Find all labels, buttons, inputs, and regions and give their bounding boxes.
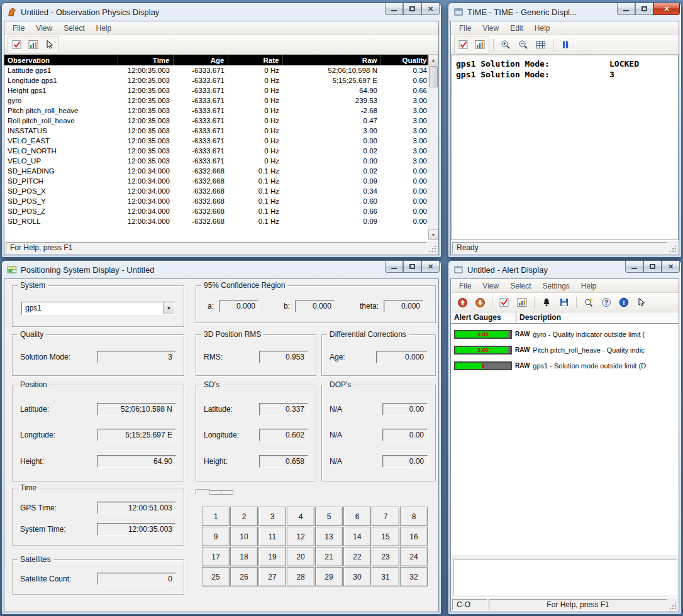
maximize-button[interactable] bbox=[403, 261, 421, 273]
checklist-button[interactable] bbox=[9, 37, 25, 52]
alarm-history-button[interactable] bbox=[472, 295, 488, 310]
find-button[interactable] bbox=[580, 295, 597, 310]
minimize-button[interactable] bbox=[385, 3, 403, 15]
menu-item[interactable]: Help bbox=[529, 22, 556, 35]
close-button[interactable]: ✕ bbox=[421, 3, 440, 15]
table-row[interactable]: SD_PITCH 12:00:34.000 -6332.668 0.1 Hz 0… bbox=[4, 176, 428, 186]
vertical-scrollbar[interactable]: ▲ ▼ bbox=[428, 55, 438, 240]
menu-item[interactable]: File bbox=[453, 280, 477, 292]
menu-item[interactable]: Select bbox=[58, 22, 90, 35]
menu-item[interactable]: Help bbox=[91, 22, 118, 35]
table-row[interactable]: Height gps1 12:00:35.003 -6333.671 0 Hz … bbox=[4, 85, 428, 96]
menu-item[interactable]: View bbox=[477, 22, 504, 35]
menu-item[interactable]: Select bbox=[504, 280, 536, 292]
select-cursor-button[interactable] bbox=[633, 295, 650, 310]
select-cursor-button[interactable] bbox=[42, 37, 58, 52]
scroll-up-button[interactable]: ▲ bbox=[428, 55, 438, 65]
tab[interactable] bbox=[196, 489, 209, 495]
pause-button[interactable] bbox=[557, 37, 574, 52]
column-header-quality[interactable]: Quality bbox=[380, 55, 428, 65]
observation-titlebar[interactable]: Untitled - Observation Physics Display ✕ bbox=[2, 3, 441, 21]
cell-time: 12:00:35.003 bbox=[118, 146, 173, 156]
zoom-out-button[interactable] bbox=[515, 37, 531, 52]
chart-button[interactable] bbox=[514, 295, 530, 310]
column-header-age[interactable]: Age bbox=[173, 55, 228, 65]
cell-time: 12:00:35.003 bbox=[118, 126, 173, 136]
help-button[interactable]: ? bbox=[598, 295, 614, 310]
alert-row[interactable]: 3 RAW gps1 - Solution mode outside limit… bbox=[451, 358, 679, 373]
maximize-button[interactable] bbox=[635, 3, 653, 15]
time-titlebar[interactable]: TIME - TIME - Generic Displ... ✕ bbox=[448, 3, 681, 21]
alert-row[interactable]: 3.00 RAW gyro - Quality indicator outsid… bbox=[451, 326, 679, 342]
satellite-cell: 20 bbox=[287, 547, 314, 566]
scrollbar-thumb[interactable] bbox=[429, 66, 438, 87]
close-button[interactable]: ✕ bbox=[662, 261, 680, 273]
column-header-gauges[interactable]: Alert Gauges bbox=[451, 312, 516, 323]
resize-grip[interactable] bbox=[428, 245, 437, 253]
table-row[interactable]: INSSTATUS 12:00:35.003 -6333.671 0 Hz 3.… bbox=[4, 126, 428, 136]
column-header-time[interactable]: Time bbox=[118, 55, 173, 65]
menu-item[interactable]: Settings bbox=[537, 280, 575, 292]
field-label: a: bbox=[208, 302, 214, 311]
table-row[interactable]: VELO_EAST 12:00:35.003 -6333.671 0 Hz 0.… bbox=[4, 136, 428, 146]
chart-button[interactable] bbox=[472, 37, 488, 52]
cell-quality: 0.00 bbox=[380, 186, 428, 196]
table-row[interactable]: Latitude gps1 12:00:35.003 -6333.671 0 H… bbox=[4, 65, 428, 75]
system-combobox[interactable]: gps1 ▼ bbox=[21, 302, 175, 315]
chevron-down-icon[interactable]: ▼ bbox=[163, 302, 174, 314]
menu-item[interactable]: Help bbox=[575, 280, 602, 292]
checklist-button[interactable] bbox=[496, 295, 513, 310]
tab[interactable] bbox=[221, 490, 233, 494]
scroll-down-button[interactable]: ▼ bbox=[428, 229, 438, 240]
menu-item[interactable]: View bbox=[30, 22, 58, 35]
column-header-description[interactable]: Description bbox=[516, 312, 679, 323]
column-header-rate[interactable]: Rate bbox=[228, 55, 282, 65]
save-button[interactable] bbox=[556, 295, 572, 310]
tab[interactable] bbox=[209, 490, 221, 494]
close-button[interactable]: ✕ bbox=[653, 3, 680, 15]
column-header-raw[interactable]: Raw bbox=[282, 55, 380, 65]
checklist-button[interactable] bbox=[455, 37, 472, 52]
system-group: System gps1 ▼ bbox=[12, 285, 184, 327]
table-row[interactable]: Pitch pitch_roll_heave 12:00:35.003 -633… bbox=[4, 106, 428, 116]
field-value: 0.000 bbox=[376, 351, 428, 363]
close-button[interactable]: ✕ bbox=[421, 261, 440, 273]
zoom-in-button[interactable] bbox=[497, 37, 514, 52]
confidence-field: a: 0.000 bbox=[208, 300, 259, 312]
menu-item[interactable]: File bbox=[453, 22, 477, 35]
scrollbar-track[interactable] bbox=[428, 65, 438, 229]
table-row[interactable]: VELO_NORTH 12:00:35.003 -6333.671 0 Hz 0… bbox=[4, 146, 428, 156]
resize-grip[interactable] bbox=[669, 602, 677, 610]
maximize-button[interactable] bbox=[403, 3, 421, 15]
cell-rate: 0.1 Hz bbox=[228, 166, 282, 176]
minimize-button[interactable] bbox=[385, 261, 403, 273]
menu-item[interactable]: File bbox=[7, 22, 30, 35]
info-button[interactable]: i bbox=[616, 295, 632, 310]
alarm-raise-button[interactable] bbox=[454, 295, 470, 310]
resize-grip[interactable] bbox=[669, 245, 677, 253]
positioning-titlebar[interactable]: Positioning System Display - Untitled ✕ bbox=[2, 261, 441, 278]
menu-item[interactable]: View bbox=[477, 280, 504, 292]
cell-quality: 0.00 bbox=[380, 216, 428, 226]
table-row[interactable]: Longitude gps1 12:00:35.003 -6333.671 0 … bbox=[4, 75, 428, 85]
menu-item[interactable]: Edit bbox=[504, 22, 529, 35]
table-row[interactable]: SD_ROLL 12:00:34.000 -6332.668 0.1 Hz 0.… bbox=[4, 216, 428, 226]
table-row[interactable]: SD_POS_X 12:00:34.000 -6332.668 0.1 Hz 0… bbox=[4, 186, 428, 196]
maximize-button[interactable] bbox=[643, 261, 662, 273]
satellite-grid: 1234567891011121314151617181920212223242… bbox=[202, 507, 428, 586]
minimize-button[interactable] bbox=[617, 3, 635, 15]
grid-button[interactable] bbox=[533, 37, 549, 52]
table-row[interactable]: Roll pitch_roll_heave 12:00:35.003 -6333… bbox=[4, 116, 428, 126]
alert-row[interactable]: 3.00 RAW Pitch pitch_roll_heave - Qualit… bbox=[451, 342, 679, 358]
cell-age: -6332.668 bbox=[173, 176, 228, 186]
alert-titlebar[interactable]: Untitled - Alert Display ✕ bbox=[448, 261, 681, 278]
bell-button[interactable] bbox=[538, 295, 555, 310]
table-row[interactable]: gyro 12:00:35.003 -6333.671 0 Hz 239.53 … bbox=[4, 96, 428, 106]
chart-button[interactable] bbox=[25, 37, 42, 52]
table-row[interactable]: VELO_UP 12:00:35.003 -6333.671 0 Hz 0.00… bbox=[4, 156, 428, 166]
table-row[interactable]: SD_POS_Z 12:00:34.000 -6332.668 0.1 Hz 0… bbox=[4, 206, 428, 216]
column-header-observation[interactable]: Observation bbox=[4, 55, 118, 65]
table-row[interactable]: SD_HEADING 12:00:34.000 -6332.668 0.1 Hz… bbox=[4, 166, 428, 176]
minimize-button[interactable] bbox=[625, 261, 643, 273]
table-row[interactable]: SD_POS_Y 12:00:34.000 -6332.668 0.1 Hz 0… bbox=[4, 196, 428, 206]
